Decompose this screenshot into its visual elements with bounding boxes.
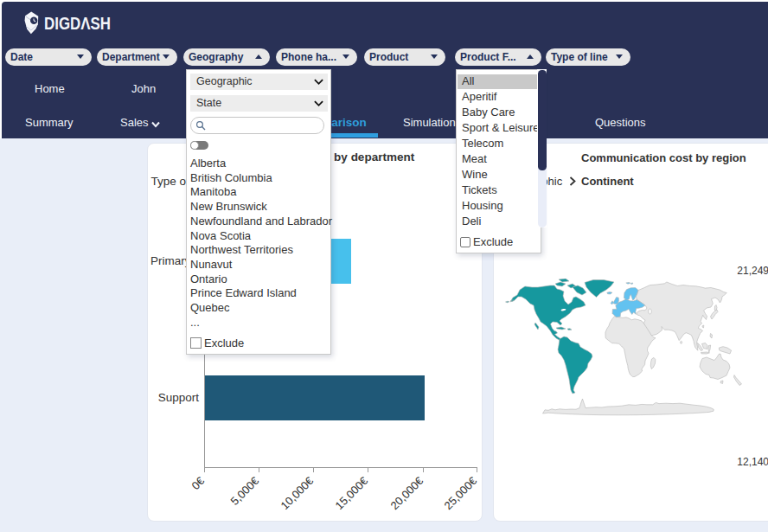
svg-text:DIGDΛSH: DIGDΛSH: [44, 14, 111, 33]
